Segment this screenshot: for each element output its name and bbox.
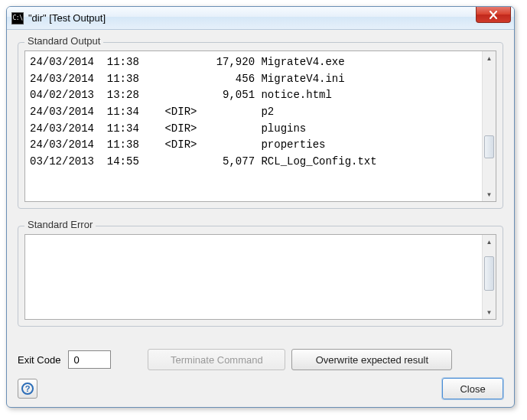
scroll-up-icon[interactable]: ▲	[483, 235, 496, 249]
close-icon	[489, 11, 498, 19]
footer-row-1: Exit Code Terminate Command Overwrite ex…	[18, 344, 503, 370]
scroll-down-icon[interactable]: ▼	[483, 305, 496, 319]
dialog-window: C:\ "dir" [Test Output] Standard Output …	[6, 6, 515, 408]
scroll-up-icon[interactable]: ▲	[483, 51, 496, 65]
exit-code-field[interactable]	[68, 350, 111, 369]
window-close-button[interactable]	[476, 7, 511, 23]
dialog-content: Standard Output 24/03/2014 11:38 17,920 …	[7, 30, 514, 407]
help-button[interactable]: ?	[18, 379, 37, 399]
standard-error-text	[25, 235, 482, 319]
cmd-icon: C:\	[11, 12, 24, 24]
terminate-command-button: Terminate Command	[148, 349, 285, 370]
window-title: "dir" [Test Output]	[28, 12, 106, 24]
scroll-track[interactable]	[483, 249, 496, 305]
scroll-thumb[interactable]	[484, 135, 494, 158]
overwrite-expected-result-button[interactable]: Overwrite expected result	[291, 349, 452, 370]
stderr-scrollbar[interactable]: ▲ ▼	[482, 235, 496, 319]
scroll-down-icon[interactable]: ▼	[483, 187, 496, 201]
titlebar[interactable]: C:\ "dir" [Test Output]	[7, 7, 514, 30]
help-icon: ?	[21, 383, 34, 395]
close-button[interactable]: Close	[442, 378, 503, 399]
standard-error-group: Standard Error ▲ ▼	[18, 226, 503, 327]
standard-output-label: Standard Output	[24, 35, 103, 47]
standard-error-label: Standard Error	[24, 219, 96, 230]
standard-output-text: 24/03/2014 11:38 17,920 MigrateV4.exe 24…	[25, 51, 482, 201]
stdout-scrollbar[interactable]: ▲ ▼	[482, 51, 496, 201]
scroll-track[interactable]	[483, 65, 496, 187]
exit-code-label: Exit Code	[18, 354, 60, 366]
cmd-icon-text: C:\	[13, 15, 23, 21]
standard-error-area[interactable]: ▲ ▼	[24, 234, 496, 320]
scroll-thumb[interactable]	[484, 256, 494, 291]
standard-output-group: Standard Output 24/03/2014 11:38 17,920 …	[18, 42, 503, 209]
footer-row-2: ? Close	[18, 378, 503, 399]
standard-output-area[interactable]: 24/03/2014 11:38 17,920 MigrateV4.exe 24…	[24, 50, 496, 202]
